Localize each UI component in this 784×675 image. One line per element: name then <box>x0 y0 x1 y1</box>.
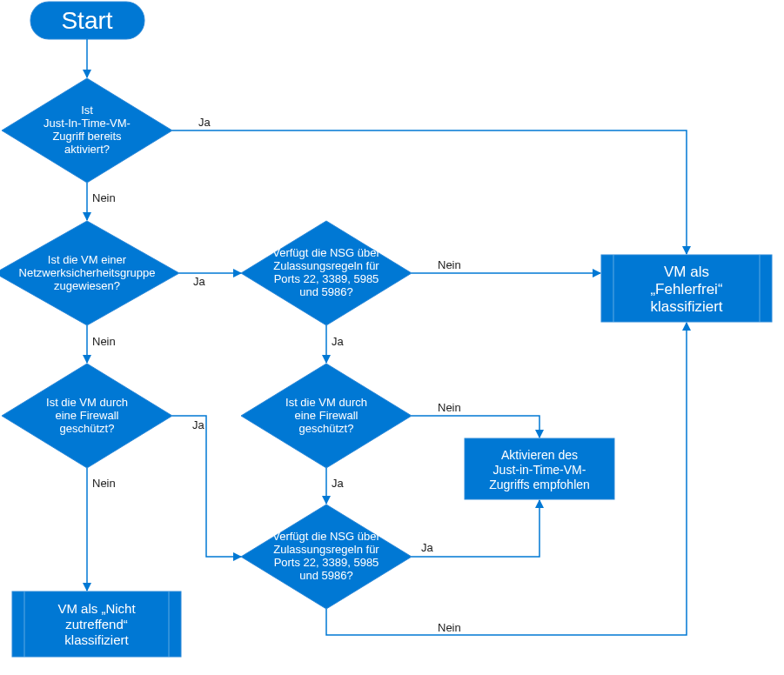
edge-d4-nein-label: Nein <box>438 258 461 271</box>
edge-d2-ja-label: Ja <box>193 275 206 288</box>
svg-text:Aktivieren des: Aktivieren des <box>501 448 578 462</box>
svg-text:Zugriffs empfohlen: Zugriffs empfohlen <box>489 478 590 491</box>
svg-text:klassifiziert: klassifiziert <box>650 298 722 315</box>
svg-text:Ports 22, 3389, 5985: Ports 22, 3389, 5985 <box>274 272 379 285</box>
svg-text:eine Firewall: eine Firewall <box>56 409 119 422</box>
flowchart: Start Ist Just-In-Time-VM- Zugriff berei… <box>0 0 784 675</box>
result-not-applicable: VM als „Nicht zutreffend“ klassifiziert <box>12 591 181 657</box>
svg-text:Verfügt die NSG über: Verfügt die NSG über <box>272 246 380 259</box>
decision-nsg-rules-top: Verfügt die NSG über Zulassungsregeln fü… <box>241 221 412 325</box>
decision-firewall-right: Ist die VM durch eine Firewall geschützt… <box>241 364 412 468</box>
svg-text:klassifiziert: klassifiziert <box>64 632 129 647</box>
svg-text:geschützt?: geschützt? <box>60 422 115 435</box>
svg-text:Zulassungsregeln für: Zulassungsregeln für <box>273 543 379 556</box>
svg-text:aktiviert?: aktiviert? <box>64 143 110 156</box>
svg-text:Ist: Ist <box>81 104 93 117</box>
decision-nsg-assigned: Ist die VM einer Netzwerksicherheitsgrup… <box>0 221 179 325</box>
svg-text:Ist die VM einer: Ist die VM einer <box>48 253 127 266</box>
edge-d5-nein-label: Nein <box>438 401 461 414</box>
edge-d6-nein-label: Nein <box>438 621 461 634</box>
edge-d4-ja-label: Ja <box>332 335 345 348</box>
svg-text:Verfügt die NSG über: Verfügt die NSG über <box>272 530 380 543</box>
start-node: Start <box>30 2 144 39</box>
svg-text:„Fehlerfrei“: „Fehlerfrei“ <box>650 281 722 297</box>
svg-text:zugewiesen?: zugewiesen? <box>54 279 120 292</box>
edge-d2-nein-label: Nein <box>92 335 116 348</box>
edge-d5-ja-label: Ja <box>332 477 345 490</box>
result-recommend: Aktivieren des Just-in-Time-VM- Zugriffs… <box>465 438 614 499</box>
edge-d1-ja-label: Ja <box>198 116 211 129</box>
svg-text:Netzwerksicherheitsgruppe: Netzwerksicherheitsgruppe <box>19 266 156 279</box>
svg-text:VM als „Nicht: VM als „Nicht <box>57 601 136 616</box>
svg-text:Zulassungsregeln für: Zulassungsregeln für <box>273 259 379 272</box>
decision-firewall-left: Ist die VM durch eine Firewall geschützt… <box>2 364 172 468</box>
svg-text:geschützt?: geschützt? <box>299 422 354 435</box>
svg-text:Ist die VM durch: Ist die VM durch <box>46 396 128 409</box>
result-healthy: VM als „Fehlerfrei“ klassifiziert <box>601 255 772 322</box>
edge-d3-ja-label: Ja <box>192 418 205 431</box>
decision-nsg-rules-bottom: Verfügt die NSG über Zulassungsregeln fü… <box>241 505 412 609</box>
edge-d6-ja-label: Ja <box>421 541 434 554</box>
svg-text:Ist die VM durch: Ist die VM durch <box>285 396 367 409</box>
edge-d5-nein <box>412 416 539 438</box>
svg-text:zutreffend“: zutreffend“ <box>65 617 127 632</box>
svg-text:und 5986?: und 5986? <box>299 569 352 582</box>
svg-text:und 5986?: und 5986? <box>299 285 352 298</box>
svg-text:Zugriff bereits: Zugriff bereits <box>52 130 122 143</box>
edge-d1-ja <box>172 130 687 254</box>
edge-d3-nein-label: Nein <box>92 477 116 490</box>
svg-text:VM als: VM als <box>664 264 709 280</box>
start-label: Start <box>61 7 112 34</box>
edge-d3-ja <box>172 416 241 557</box>
svg-text:Just-In-Time-VM-: Just-In-Time-VM- <box>44 117 131 130</box>
svg-text:eine Firewall: eine Firewall <box>295 409 358 422</box>
decision-jit-enabled: Ist Just-In-Time-VM- Zugriff bereits akt… <box>2 78 172 183</box>
edge-d1-nein-label: Nein <box>92 191 116 204</box>
svg-text:Just-in-Time-VM-: Just-in-Time-VM- <box>493 463 586 477</box>
svg-text:Ports 22, 3389, 5985: Ports 22, 3389, 5985 <box>274 556 379 569</box>
